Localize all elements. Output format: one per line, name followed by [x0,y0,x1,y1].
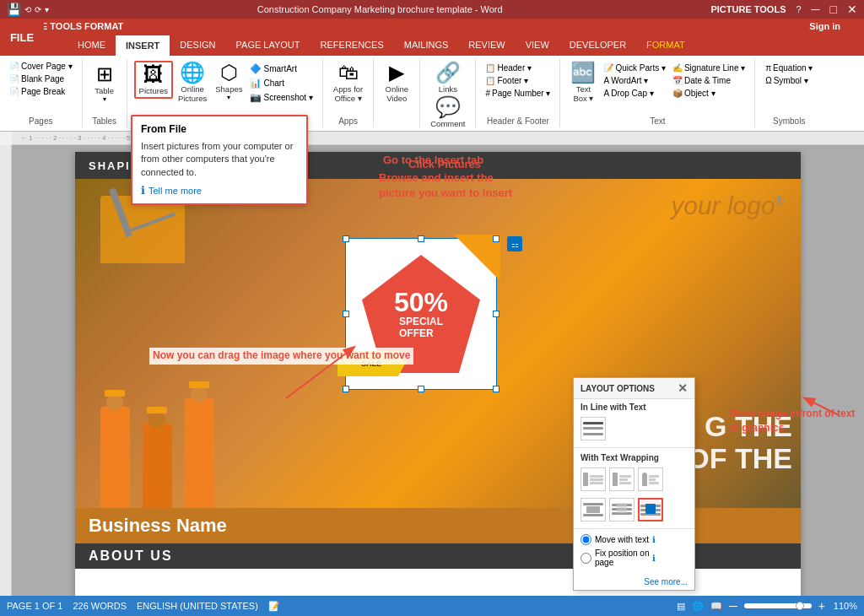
business-name: Business Name [89,515,227,536]
text-wrap-section-label: With Text Wrapping [574,450,694,466]
comment-btn[interactable]: 💬 Comment [427,95,468,130]
page-break-btn[interactable]: 📄Page Break [7,86,68,97]
tab-insert[interactable]: INSERT [116,34,170,56]
logo-text: your logo [671,192,775,219]
table-icon: ⊞ [96,64,113,84]
pictures-btn[interactable]: 🖼 Pictures [134,61,173,99]
layout-options-close[interactable]: ✕ [678,381,688,395]
resize-handle-ml[interactable] [343,311,349,317]
dropcap-btn[interactable]: ADrop Cap ▾ [601,88,667,99]
apps-btn[interactable]: 🛍 Apps forOffice ▾ [330,61,366,105]
text-wrap-icons-row2 [574,496,694,527]
zoom-thumb[interactable] [796,602,804,610]
view-read-icon[interactable]: 📖 [710,601,722,612]
resize-handle-bm[interactable] [418,386,424,392]
help-btn[interactable]: ? [796,4,801,14]
view-web-icon[interactable]: 🌐 [692,601,704,612]
tab-home[interactable]: HOME [68,34,116,56]
top-bottom-wrap-icon[interactable] [580,498,606,521]
equation-btn[interactable]: πEquation ▾ [763,62,815,73]
title-bar: 💾 ⟲ ⟳ ▾ Construction Company Marketing b… [0,0,864,19]
tab-view[interactable]: VIEW [516,34,559,56]
symbol-btn[interactable]: ΩSymbol ▾ [763,75,815,86]
signature-btn[interactable]: ✍Signature Line ▾ [670,62,748,73]
layout-options-trigger[interactable]: ⚏ [507,236,522,251]
zoom-minus-btn[interactable]: ─ [729,599,737,613]
square-wrap-icon[interactable] [580,467,606,491]
tab-developer[interactable]: DEVELOPER [559,34,636,56]
tables-group-label: Tables [83,116,127,126]
screenshot-btn[interactable]: 📷Screenshot ▾ [247,91,315,104]
smartart-btn[interactable]: 🔷SmartArt [247,62,315,75]
spelling-icon[interactable]: 📝 [268,601,280,612]
shapes-btn[interactable]: ⬡ Shapes ▾ [212,61,246,103]
wordart-btn[interactable]: AWordArt ▾ [601,75,667,86]
layout-radio-group: Move with text ℹ Fix position onpage ℹ [574,531,694,574]
tab-mailings[interactable]: MAILINGS [394,34,459,56]
see-more-link[interactable]: See more... [574,574,694,590]
file-button[interactable]: FILE [0,19,44,56]
layout-divider [574,447,694,448]
pictures-icon: 🖼 [143,64,164,84]
sign-in-btn[interactable]: Sign in [809,21,840,31]
apps-group-label: Apps [323,116,373,126]
tight-wrap-icon[interactable] [609,467,634,491]
tab-references[interactable]: REFERENCES [310,34,394,56]
zoom-plus-btn[interactable]: + [818,599,825,613]
textbox-icon: 🔤 [570,62,596,83]
resize-handle-tm[interactable] [418,235,424,242]
resize-handle-br[interactable] [493,386,500,392]
word-count: 226 WORDS [73,601,127,611]
tab-format[interactable]: FORMAT [636,34,695,56]
fix-position-info[interactable]: ℹ [652,554,656,563]
ribbon: 📄Cover Page ▾ 📄Blank Page 📄Page Break Pa… [0,56,864,132]
online-pictures-icon: 🌐 [180,62,205,83]
datetime-btn[interactable]: 📅Date & Time [670,75,748,86]
ribbon-group-links: 🔗 Links 💬 Comment [420,59,476,127]
page-number-btn[interactable]: #Page Number ▾ [483,88,553,99]
zoom-level[interactable]: 110% [832,601,857,611]
page-count: PAGE 1 OF 1 [7,601,62,611]
tell-me-more-link[interactable]: ℹ Tell me more [141,184,298,197]
special-offer-image[interactable]: 50% SPECIALOFFER SALE [345,238,505,398]
format-tab-label: FORMAT [84,21,123,31]
header-btn[interactable]: 📋Header ▾ [483,62,553,73]
tab-design[interactable]: DESIGN [170,34,225,56]
online-pictures-btn[interactable]: 🌐 OnlinePictures [175,61,210,105]
close-btn[interactable]: ✕ [847,3,857,16]
resize-handle-mr[interactable] [493,311,500,317]
behind-text-wrap-icon[interactable] [609,498,634,521]
status-bar: PAGE 1 OF 1 226 WORDS ENGLISH (UNITED ST… [0,596,864,616]
infront-text-wrap-icon[interactable] [638,498,663,521]
resize-handle-bl[interactable] [343,386,349,392]
footer-btn[interactable]: 📋Footer ▾ [483,75,553,86]
through-wrap-icon[interactable] [638,467,663,491]
blank-page-btn[interactable]: 📄Blank Page [7,73,67,84]
status-right: ▤ 🌐 📖 ─ + 110% [677,599,857,613]
resize-handle-tr[interactable] [493,235,500,242]
tab-review[interactable]: REVIEW [458,34,515,56]
fix-position-radio[interactable]: Fix position onpage ℹ [580,548,688,567]
resize-handle-tl[interactable] [343,235,349,242]
cover-page-btn[interactable]: 📄Cover Page ▾ [7,61,75,72]
table-btn[interactable]: ⊞ Table ▾ [89,61,120,105]
online-video-btn[interactable]: ▶ OnlineVideo [381,61,412,105]
quick-parts-btn[interactable]: 📝Quick Parts ▾ [601,62,667,73]
ribbon-group-pages: 📄Cover Page ▾ 📄Blank Page 📄Page Break Pa… [0,59,83,127]
restore-btn[interactable]: □ [830,3,837,16]
minimize-btn[interactable]: ─ [812,3,820,16]
object-btn[interactable]: 📦Object ▾ [670,88,748,99]
textbox-btn[interactable]: 🔤 TextBox ▾ [567,61,599,105]
tab-page-layout[interactable]: PAGE LAYOUT [226,34,310,56]
move-with-text-info[interactable]: ℹ [652,535,656,544]
chart-btn[interactable]: 📊Chart [247,77,315,89]
move-with-text-radio[interactable]: Move with text ℹ [580,534,688,545]
shapes-icon: ⬡ [220,62,238,83]
links-icon: 🔗 [435,62,461,83]
zoom-slider[interactable] [744,603,812,608]
view-normal-icon[interactable]: ▤ [677,601,685,612]
inline-layout-icon[interactable] [580,417,606,440]
comment-icon: 💬 [435,97,461,117]
document-area[interactable]: SHAPING THE CON STRUCTION [12,145,864,596]
links-btn[interactable]: 🔗 Links [432,61,464,95]
